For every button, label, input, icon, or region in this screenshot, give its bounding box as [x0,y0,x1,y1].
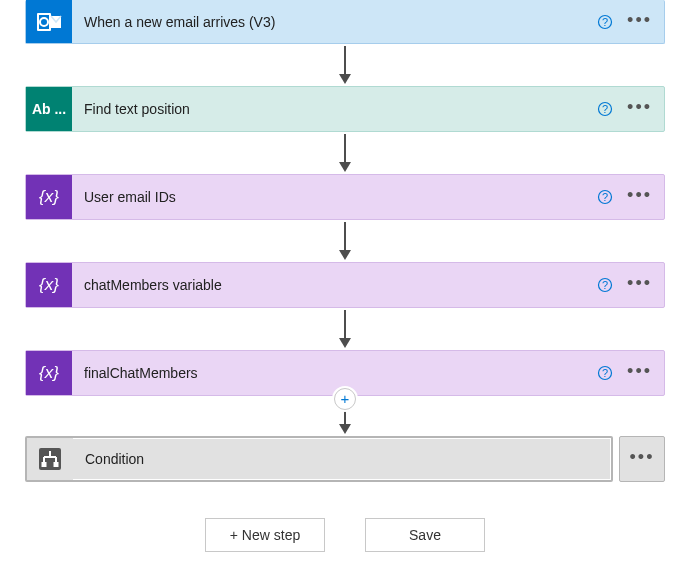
step-title: chatMembers variable [72,263,580,307]
step-title: User email IDs [72,175,580,219]
step-outlook-trigger[interactable]: When a new email arrives (V3) ? ••• [25,0,665,44]
flow-arrow [25,220,665,262]
svg-rect-30 [54,462,59,467]
step-find-text-position[interactable]: Ab ... Find text position ? ••• [25,86,665,132]
condition-icon [27,438,73,480]
help-icon[interactable]: ? [597,101,613,117]
new-step-button[interactable]: + New step [205,518,325,552]
help-icon[interactable]: ? [597,14,613,30]
svg-text:?: ? [602,367,608,379]
save-button[interactable]: Save [365,518,485,552]
flow-arrow [25,132,665,174]
svg-text:?: ? [602,279,608,291]
text-operations-icon: Ab ... [26,87,72,131]
variable-icon: {x} [26,175,72,219]
svg-text:?: ? [602,103,608,115]
flow-arrow [25,308,665,350]
help-icon[interactable]: ? [597,365,613,381]
step-title: When a new email arrives (V3) [72,0,580,43]
flow-arrow [25,44,665,86]
svg-marker-19 [339,338,351,348]
variable-icon: {x} [26,351,72,395]
svg-text:?: ? [602,15,608,27]
svg-marker-7 [339,74,351,84]
svg-marker-11 [339,162,351,172]
flow-arrow [25,406,665,436]
insert-step-button[interactable]: + [334,388,356,410]
svg-marker-23 [339,424,351,434]
step-chatmembers-variable[interactable]: {x} chatMembers variable ? ••• [25,262,665,308]
outlook-icon [26,0,72,43]
insert-step-area: + [25,396,665,406]
help-icon[interactable]: ? [597,189,613,205]
step-title: finalChatMembers [72,351,580,395]
step-user-email-ids[interactable]: {x} User email IDs ? ••• [25,174,665,220]
condition-more-button[interactable]: ••• [619,436,665,482]
step-title: Find text position [72,87,580,131]
help-icon[interactable]: ? [597,277,613,293]
step-title: Condition [73,438,611,480]
svg-text:?: ? [602,191,608,203]
variable-icon: {x} [26,263,72,307]
svg-rect-29 [42,462,47,467]
svg-marker-15 [339,250,351,260]
step-condition[interactable]: Condition [25,436,613,482]
